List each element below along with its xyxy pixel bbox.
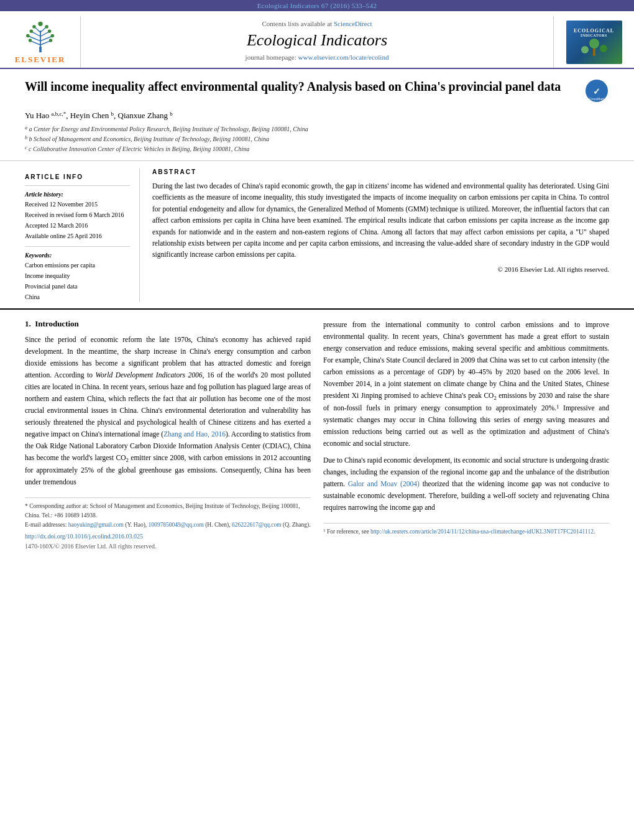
affiliations: a a Center for Energy and Environmental …	[25, 124, 609, 154]
article-dates: Received 12 November 2015 Received in re…	[25, 199, 130, 241]
info-divider-1	[25, 185, 130, 186]
intro-heading: 1. Introduction	[25, 319, 311, 329]
article-info-section: ARTICLE INFO Article history: Received 1…	[25, 168, 140, 302]
svg-point-20	[589, 39, 599, 48]
svg-line-9	[40, 27, 46, 32]
footnote-email: E-mail addresses: haoyuking@gmail.com (Y…	[25, 520, 311, 530]
svg-point-15	[50, 34, 54, 38]
keyword-1: Carbon emissions per capita	[25, 260, 130, 270]
svg-text:✓: ✓	[593, 86, 600, 96]
article-title: Will income inequality affect environmen…	[25, 78, 584, 95]
keyword-3: Provincial panel data	[25, 281, 130, 292]
available-date: Available online 25 April 2016	[25, 231, 130, 241]
article-info-title: ARTICLE INFO	[25, 173, 130, 180]
affiliation-a: a a Center for Energy and Environmental …	[25, 124, 609, 134]
authors-line: Yu Hao a,b,c,*, Heyin Chen b, Qianxue Zh…	[25, 111, 609, 121]
svg-point-14	[48, 39, 52, 42]
abstract-title: ABSTRACT	[152, 168, 609, 175]
journal-homepage-link[interactable]: www.elsevier.com/locate/ecolind	[298, 53, 389, 61]
svg-point-19	[581, 46, 589, 53]
journal-header: ELSEVIER Contents lists available at Sci…	[0, 11, 634, 69]
page-container: Ecological Indicators 67 (2016) 533–542	[0, 0, 634, 557]
copyright-line: © 2016 Elsevier Ltd. All rights reserved…	[152, 265, 609, 273]
article-info-abstract-row: ARTICLE INFO Article history: Received 1…	[0, 161, 634, 302]
keyword-4: China	[25, 292, 130, 302]
footnote-1-area: 1 For reference, see http://uk.reuters.c…	[323, 523, 609, 537]
journal-title: Ecological Indicators	[247, 31, 387, 50]
abstract-text: During the last two decades of China's r…	[152, 180, 609, 261]
email-zhang[interactable]: 626222617@qq.com	[232, 522, 282, 528]
svg-point-10	[28, 39, 32, 42]
journal-citation-bar: Ecological Indicators 67 (2016) 533–542	[0, 0, 634, 11]
doi-line: http://dx.doi.org/10.1016/j.ecolind.2016…	[25, 532, 311, 542]
info-divider-2	[25, 246, 130, 247]
footnote-1-text: 1 For reference, see http://uk.reuters.c…	[323, 527, 609, 537]
svg-line-8	[40, 32, 49, 36]
article-main-content: 1. Introduction Since the period of econ…	[0, 308, 634, 557]
email-chen[interactable]: 10097850049@qq.com	[149, 522, 204, 528]
svg-line-4	[32, 32, 40, 36]
svg-text:CrossMark: CrossMark	[589, 97, 605, 101]
crossmark-icon: ✓ CrossMark	[584, 78, 609, 103]
email-hao[interactable]: haoyuking@gmail.com	[68, 522, 124, 528]
svg-point-18	[38, 22, 42, 26]
svg-line-5	[34, 27, 40, 32]
journal-title-area: Contents lists available at ScienceDirec…	[81, 16, 553, 68]
crossmark-area: ✓ CrossMark	[584, 78, 609, 106]
keyword-2: Income inequality	[25, 270, 130, 281]
sciencedirect-link[interactable]: ScienceDirect	[334, 20, 372, 27]
article-header: Will income inequality affect environmen…	[0, 69, 634, 161]
revised-date: Received in revised form 6 March 2016	[25, 210, 130, 220]
affiliation-b: b b School of Management and Economics, …	[25, 134, 609, 144]
eco-logo-image	[579, 37, 610, 56]
footnotes-area: * Corresponding author at: School of Man…	[25, 497, 311, 551]
intro-para-right-2: Due to China's rapid economic developmen…	[323, 455, 609, 514]
rights-line: 1470-160X/© 2016 Elsevier Ltd. All right…	[25, 542, 311, 552]
keywords-label: Keywords:	[25, 252, 130, 259]
elsevier-tree-icon	[19, 19, 62, 53]
keywords-list: Carbon emissions per capita Income inequ…	[25, 260, 130, 302]
affiliation-c: c c Collaborative Innovation Center of E…	[25, 144, 609, 154]
received-date: Received 12 November 2015	[25, 199, 130, 210]
svg-point-16	[47, 30, 51, 34]
article-history-label: Article history:	[25, 191, 130, 198]
eco-indicators-logo: ECOLOGICAL INDICATORS	[566, 21, 622, 64]
eco-logo-area: ECOLOGICAL INDICATORS	[553, 16, 634, 68]
svg-point-17	[45, 25, 48, 29]
svg-point-13	[32, 25, 36, 29]
main-col-left: 1. Introduction Since the period of econ…	[25, 319, 311, 551]
intro-para-right-1: pressure from the international communit…	[323, 319, 609, 450]
journal-citation: Ecological Indicators 67 (2016) 533–542	[257, 2, 377, 9]
elsevier-logo: ELSEVIER	[15, 19, 66, 65]
abstract-section: ABSTRACT During the last two decades of …	[152, 168, 609, 302]
accepted-date: Accepted 12 March 2016	[25, 220, 130, 231]
title-row: Will income inequality affect environmen…	[25, 78, 609, 106]
svg-point-11	[26, 34, 30, 38]
svg-rect-22	[593, 48, 595, 56]
doi-link[interactable]: http://dx.doi.org/10.1016/j.ecolind.2016…	[25, 533, 143, 540]
elsevier-brand-text: ELSEVIER	[15, 55, 66, 65]
svg-point-21	[600, 45, 607, 52]
footnote-1-link[interactable]: http://uk.reuters.com/article/2014/11/12…	[370, 528, 594, 535]
svg-line-2	[30, 41, 40, 45]
content-list-text: Contents lists available at ScienceDirec…	[262, 20, 372, 27]
footnote-corresponding: * Corresponding author at: School of Man…	[25, 502, 311, 520]
svg-line-6	[40, 41, 50, 45]
svg-point-12	[29, 30, 33, 34]
elsevier-logo-area: ELSEVIER	[0, 16, 81, 68]
main-col-right: pressure from the international communit…	[323, 319, 609, 551]
journal-homepage-text: journal homepage: www.elsevier.com/locat…	[246, 53, 389, 61]
intro-para-left: Since the period of economic reform the …	[25, 334, 311, 488]
